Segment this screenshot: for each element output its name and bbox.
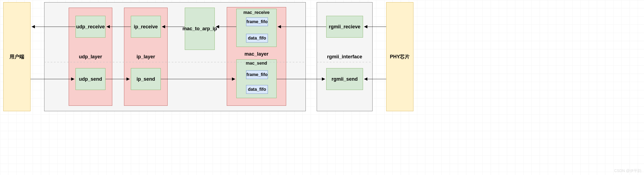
- mac-receive-data-fifo: data_fifo: [246, 34, 268, 43]
- rgmii-send-label: rgmii_send: [331, 76, 358, 82]
- rgmii-interface-label: rgmii_interface: [317, 54, 373, 60]
- user-endpoint-label: 用户端: [10, 53, 24, 60]
- udp-layer-label: udp_layer: [69, 54, 112, 60]
- user-endpoint-box: 用户端: [3, 2, 31, 111]
- udp-receive-box: udp_receive: [75, 16, 105, 38]
- mac-receive-frame-fifo: frame_fifo: [246, 17, 268, 26]
- mac-receive-data-fifo-label: data_fifo: [248, 36, 266, 41]
- phy-endpoint-box: PHY芯片: [386, 2, 413, 111]
- mac-send-label: mac_send: [246, 61, 267, 66]
- phy-endpoint-label: PHY芯片: [390, 53, 410, 60]
- mac-send-frame-fifo: frame_fifo: [246, 70, 268, 79]
- udp-send-box: udp_send: [75, 68, 105, 90]
- rgmii-receive-box: rgmii_recieve: [326, 16, 363, 38]
- ip-layer-label: ip_layer: [124, 54, 168, 60]
- mac-receive-frame-fifo-label: frame_fifo: [246, 19, 267, 24]
- mac-to-arp-ip-box: mac_to_arp_ip: [185, 8, 215, 50]
- mac-layer-label: mac_layer: [227, 51, 286, 57]
- mac-receive-label: mac_receive: [243, 10, 270, 15]
- mac-send-frame-fifo-label: frame_fifo: [246, 72, 267, 77]
- mac-send-data-fifo: data_fifo: [246, 85, 268, 94]
- ip-receive-label: ip_receive: [134, 24, 158, 30]
- mac-send-data-fifo-label: data_fifo: [248, 87, 266, 92]
- diagram-canvas: 用户端 udp_layer udp_receive udp_send ip_la…: [0, 0, 644, 175]
- rgmii-receive-label: rgmii_recieve: [329, 24, 360, 30]
- mac-to-arp-ip-label: mac_to_arp_ip: [182, 26, 217, 32]
- rgmii-send-box: rgmii_send: [326, 68, 363, 90]
- ip-send-label: ip_send: [137, 76, 155, 82]
- watermark: CSDN @伊平韵: [614, 168, 641, 173]
- ip-send-box: ip_send: [131, 68, 161, 90]
- ip-receive-box: ip_receive: [131, 16, 161, 38]
- udp-receive-label: udp_receive: [76, 24, 105, 30]
- udp-send-label: udp_send: [79, 76, 102, 82]
